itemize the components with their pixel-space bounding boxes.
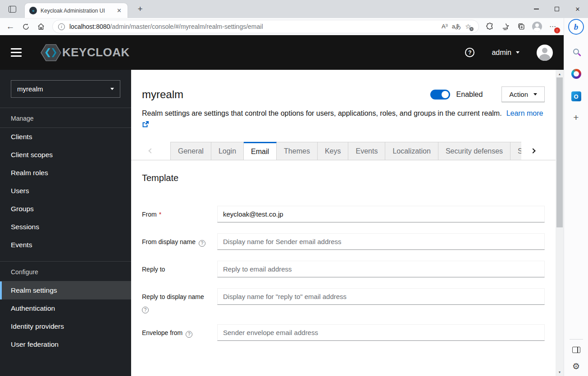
address-bar[interactable]: i localhost:8080/admin/master/console/#/… xyxy=(52,20,479,33)
tab-themes[interactable]: Themes xyxy=(277,142,318,160)
tab-localization[interactable]: Localization xyxy=(385,142,438,160)
realm-selector[interactable]: myrealm xyxy=(11,80,120,98)
user-avatar[interactable] xyxy=(537,45,553,61)
help-icon[interactable]: ? xyxy=(142,307,149,313)
tab-email[interactable]: Email xyxy=(244,142,277,160)
refresh-button[interactable] xyxy=(19,20,32,33)
settings-gear-button[interactable]: ⚙ xyxy=(572,361,580,371)
scrollbar-thumb[interactable] xyxy=(556,77,563,227)
sidebar-search-button[interactable] xyxy=(570,45,583,57)
sidebar-panel-button[interactable] xyxy=(572,347,580,353)
enabled-toggle[interactable] xyxy=(430,90,450,100)
required-indicator: * xyxy=(159,211,161,218)
window-maximize-button[interactable] xyxy=(547,0,567,18)
field-input-wrap xyxy=(217,233,545,250)
form-field-envelope-from: Envelope from? xyxy=(142,324,545,341)
header-controls: Enabled Action xyxy=(430,86,545,102)
new-tab-button[interactable]: + xyxy=(134,4,146,15)
sidebar-item-users[interactable]: Users xyxy=(0,182,131,200)
external-link-icon[interactable] xyxy=(142,121,149,128)
form-field-from: From* xyxy=(142,206,545,222)
chevron-right-icon xyxy=(530,149,535,154)
keycloak-logo-icon xyxy=(41,43,61,62)
sidebar-item-sessions[interactable]: Sessions xyxy=(0,218,131,236)
sidebar-item-authentication[interactable]: Authentication xyxy=(0,299,131,317)
sidebar-item-identity-providers[interactable]: Identity providers xyxy=(0,317,131,335)
tab-scroll-left-button[interactable] xyxy=(131,142,170,160)
minimize-icon xyxy=(534,9,539,9)
tab-layout-icon xyxy=(9,6,16,13)
tab-scroll-right-button[interactable] xyxy=(521,142,556,160)
bing-chat-button[interactable]: b xyxy=(568,19,584,35)
home-button[interactable] xyxy=(34,20,48,33)
browser-profile-button[interactable] xyxy=(531,20,543,33)
sidebar-item-client-scopes[interactable]: Client scopes xyxy=(0,146,131,164)
outlook-icon: O xyxy=(571,91,581,101)
collections-button[interactable] xyxy=(515,20,528,33)
scroll-down-arrow[interactable]: ▼ xyxy=(556,368,564,376)
tab-events[interactable]: Events xyxy=(348,142,385,160)
page-scrollbar[interactable]: ▲ ▼ xyxy=(556,70,564,376)
field-label-text: Reply to xyxy=(142,266,165,273)
sidebar-item-events[interactable]: Events xyxy=(0,236,131,254)
edge-sidebar-bottom: ⚙ xyxy=(570,339,583,376)
sidebar-office-button[interactable] xyxy=(570,68,583,80)
sidebar-item-clients[interactable]: Clients xyxy=(0,128,131,146)
window-close-button[interactable]: ✕ xyxy=(567,0,588,18)
envelope-from-input[interactable] xyxy=(217,324,545,341)
action-dropdown-button[interactable]: Action xyxy=(501,86,545,102)
template-section-title: Template xyxy=(142,173,545,183)
sidebar-outlook-button[interactable]: O xyxy=(570,91,583,102)
sidebar-item-realm-settings[interactable]: Realm settings xyxy=(0,281,131,299)
from-display-name-input[interactable] xyxy=(217,233,545,250)
nav-section-label-configure: Configure xyxy=(0,262,131,281)
sidebar-item-realm-roles[interactable]: Realm roles xyxy=(0,164,131,182)
sidebar-divider xyxy=(570,339,583,340)
app-body: myrealm ManageClientsClient scopesRealm … xyxy=(0,70,564,376)
tab-close-icon[interactable]: ✕ xyxy=(114,6,124,15)
help-icon[interactable]: ? xyxy=(186,331,192,338)
search-icon xyxy=(573,49,579,54)
read-aloud-button[interactable]: A)) xyxy=(439,23,451,30)
site-info-icon[interactable]: i xyxy=(58,23,65,30)
microsoft-365-icon xyxy=(571,69,581,79)
main-content: myrealm Enabled Action Realm settings ar… xyxy=(131,70,556,376)
scroll-up-arrow[interactable]: ▲ xyxy=(556,70,564,77)
tab-actions-button[interactable] xyxy=(5,3,20,15)
user-menu[interactable]: admin xyxy=(492,49,520,57)
add-favorite-button[interactable]: ☆+ xyxy=(462,23,474,31)
tab-login[interactable]: Login xyxy=(211,142,244,160)
sidebar-item-groups[interactable]: Groups xyxy=(0,200,131,218)
field-label-text: Reply to display name xyxy=(142,293,204,300)
help-icon[interactable]: ? xyxy=(199,240,205,247)
tab-keys[interactable]: Keys xyxy=(318,142,349,160)
email-template-form: From*From display name?Reply toReply to … xyxy=(142,206,545,341)
browser-menu-button[interactable]: ⋯ ↑ xyxy=(547,20,559,33)
page-title: myrealm xyxy=(142,88,183,101)
sidebar-item-user-federation[interactable]: User federation xyxy=(0,335,131,353)
reply-to-input[interactable] xyxy=(217,261,545,277)
translate-button[interactable]: aあ xyxy=(451,23,462,31)
realm-header: myrealm Enabled Action xyxy=(142,86,545,102)
keycloak-logo[interactable]: KEYCLOAK xyxy=(41,43,130,62)
form-field-reply-to: Reply to xyxy=(142,261,545,277)
learn-more-link[interactable]: Learn more xyxy=(506,109,543,117)
extensions-button[interactable] xyxy=(483,20,496,33)
field-label-reply-to: Reply to xyxy=(142,261,217,277)
reply-to-display-name-input[interactable] xyxy=(217,288,545,305)
back-button[interactable]: ← xyxy=(4,20,17,33)
browser-tab[interactable]: ‹› Keycloak Administration UI ✕ xyxy=(25,3,128,18)
help-icon[interactable]: ? xyxy=(465,48,474,57)
edge-sidebar: b O + ⚙ xyxy=(564,18,588,376)
favorites-button[interactable] xyxy=(499,20,512,33)
window-minimize-button[interactable] xyxy=(526,0,547,18)
from-input[interactable] xyxy=(217,206,545,222)
sidebar-add-button[interactable]: + xyxy=(573,112,579,123)
tab-security-defenses[interactable]: Security defenses xyxy=(438,142,511,160)
nav-toggle-button[interactable] xyxy=(11,48,22,57)
browser-toolbar: ← i localhost:8080/admin/master/console/… xyxy=(0,18,564,35)
tab-sessions[interactable]: Sessions xyxy=(511,142,521,160)
refresh-icon xyxy=(22,23,30,31)
tab-general[interactable]: General xyxy=(170,142,211,160)
field-label-text: From display name xyxy=(142,238,196,245)
